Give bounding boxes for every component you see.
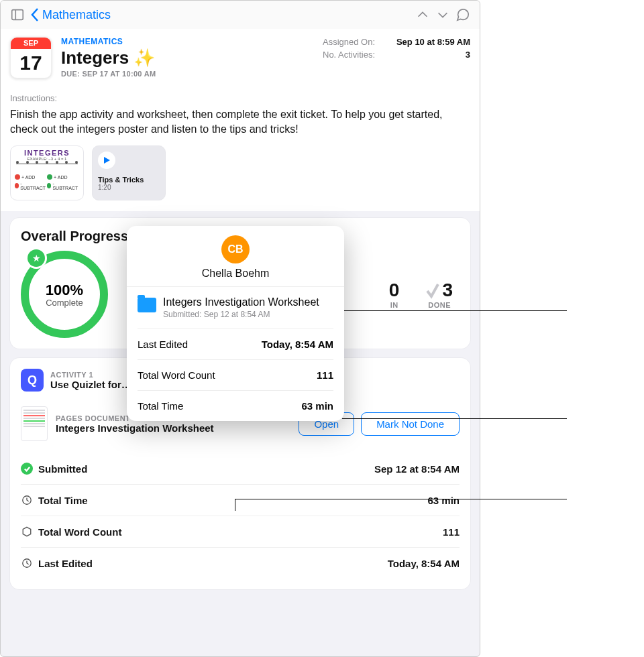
submitted-value: Sep 12 at 8:54 AM bbox=[374, 463, 460, 475]
popover-word-count: Total Word Count 111 bbox=[138, 360, 333, 391]
calendar-icon: SEP 17 bbox=[10, 37, 52, 78]
done-label: DONE bbox=[426, 301, 453, 309]
stat-nostarted: 0 IN bbox=[389, 280, 400, 309]
star-badge-icon: ★ bbox=[28, 249, 45, 267]
callout-line bbox=[235, 499, 567, 499]
calendar-day: 17 bbox=[11, 49, 51, 77]
row-last-edited: Last Edited Today, 8:54 AM bbox=[21, 547, 460, 579]
total-time-label: Total Time bbox=[38, 495, 88, 506]
assigned-on-label: Assigned On: bbox=[323, 37, 375, 47]
last-edited-label: Last Edited bbox=[38, 558, 93, 569]
document-title: Integers Investigation Worksheet bbox=[56, 422, 290, 434]
play-icon[interactable] bbox=[98, 152, 115, 169]
progress-complete-label: Complete bbox=[46, 298, 83, 308]
calendar-month: SEP bbox=[11, 38, 51, 49]
mark-not-done-button[interactable]: Mark Not Done bbox=[361, 412, 460, 436]
chevron-up-icon[interactable] bbox=[415, 7, 430, 22]
class-eyebrow: MATHEMATICS bbox=[61, 37, 313, 46]
word-count-label: Total Word Count bbox=[38, 526, 121, 538]
row-submitted: Submitted Sep 12 at 8:54 AM bbox=[21, 453, 460, 484]
toolbar: Mathematics bbox=[1, 1, 480, 29]
svg-rect-0 bbox=[12, 10, 23, 20]
document-details: Submitted Sep 12 at 8:54 AM Total Time 6… bbox=[21, 453, 460, 579]
folder-icon bbox=[138, 298, 156, 312]
student-popover: CB Chella Boehm Integers Investigation W… bbox=[127, 226, 344, 421]
document-thumbnail[interactable] bbox=[21, 406, 48, 441]
activity-title: Use Quizlet for… bbox=[50, 379, 131, 390]
activities-count-value: 3 bbox=[466, 50, 470, 60]
activities-count-label: No. Activities: bbox=[323, 50, 375, 60]
instructions-text: Finish the app activity and worksheet, t… bbox=[10, 107, 470, 136]
callout-line bbox=[342, 418, 567, 419]
avatar: CB bbox=[221, 235, 250, 263]
popover-total-time: Total Time 63 min bbox=[138, 391, 333, 421]
due-date: DUE: SEP 17 AT 10:00 AM bbox=[61, 70, 313, 78]
quizlet-app-icon: Q bbox=[21, 369, 44, 392]
stat-done: 3 DONE bbox=[426, 280, 453, 309]
poster-title: INTEGERS bbox=[15, 149, 79, 157]
callout-line bbox=[235, 499, 235, 511]
back-button[interactable]: Mathematics bbox=[30, 7, 111, 22]
attachment-media[interactable]: Tips & Tricks 1:20 bbox=[92, 145, 166, 200]
badge-icon bbox=[21, 526, 33, 538]
attachment-poster[interactable]: INTEGERS EXAMPLE: −3 + 4 = 1 + ADD + ADD… bbox=[10, 145, 84, 200]
popover-file-row[interactable]: Integers Investigation Worksheet Submitt… bbox=[138, 287, 333, 329]
clock-icon bbox=[21, 494, 33, 506]
back-label: Mathematics bbox=[42, 8, 111, 22]
assigned-on-value: Sep 10 at 8:59 AM bbox=[396, 37, 470, 47]
submitted-label: Submitted bbox=[38, 463, 87, 475]
progress-percent: 100% bbox=[46, 282, 83, 299]
media-duration: 1:20 bbox=[98, 184, 160, 191]
media-title: Tips & Tricks bbox=[98, 176, 160, 184]
instructions-label: Instructions: bbox=[10, 93, 470, 103]
last-edited-value: Today, 8:54 AM bbox=[388, 558, 460, 569]
clock-icon bbox=[21, 557, 33, 569]
assignment-header: SEP 17 MATHEMATICS Integers ✨ DUE: SEP 1… bbox=[1, 29, 480, 211]
svg-marker-4 bbox=[23, 528, 31, 536]
checkmark-icon bbox=[426, 282, 439, 299]
sidebar-toggle-icon[interactable] bbox=[10, 7, 25, 22]
total-time-value: 63 min bbox=[427, 495, 460, 506]
word-count-value: 111 bbox=[443, 526, 460, 538]
student-name: Chella Boehm bbox=[202, 267, 270, 280]
popover-last-edited: Last Edited Today, 8:54 AM bbox=[138, 329, 333, 360]
row-word-count: Total Word Count 111 bbox=[21, 516, 460, 547]
callout-line bbox=[342, 310, 567, 311]
svg-marker-2 bbox=[104, 157, 110, 164]
popover-file-title: Integers Investigation Worksheet bbox=[163, 296, 319, 308]
chevron-down-icon[interactable] bbox=[435, 7, 450, 22]
messages-icon[interactable] bbox=[455, 7, 470, 22]
row-total-time: Total Time 63 min bbox=[21, 484, 460, 516]
assignment-meta: Assigned On: Sep 10 at 8:59 AM No. Activ… bbox=[323, 37, 470, 78]
success-icon bbox=[21, 463, 33, 475]
progress-ring: ★ 100% Complete bbox=[21, 251, 108, 338]
app-window: Mathematics SEP 17 MATHEMATICS bbox=[0, 0, 480, 657]
done-count: 3 bbox=[442, 280, 453, 301]
activity-eyebrow: ACTIVITY 1 bbox=[50, 371, 131, 379]
assignment-title: Integers ✨ bbox=[61, 48, 313, 68]
popover-file-subtitle: Submitted: Sep 12 at 8:54 AM bbox=[163, 310, 319, 319]
